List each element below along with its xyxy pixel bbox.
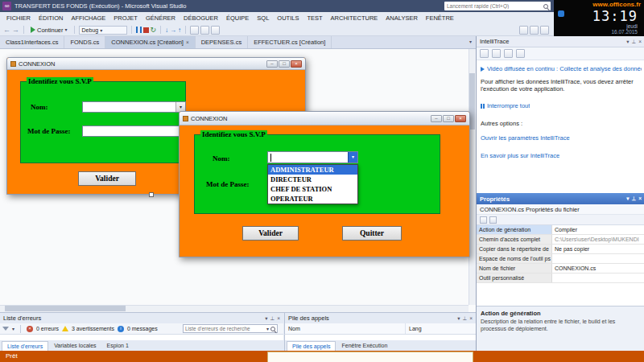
property-value[interactable]: Compiler — [552, 225, 644, 234]
menu-item-test[interactable]: TEST — [303, 12, 326, 24]
menu-item-outils[interactable]: OUTILS — [273, 12, 303, 24]
property-row[interactable]: Espace de noms de l'outil ps — [477, 254, 644, 264]
dropdown-item[interactable]: ADMINISTRATEUR — [268, 165, 357, 175]
menu-item-analyser[interactable]: ANALYSER — [382, 12, 421, 24]
vertical-scrollbar-thumb[interactable] — [469, 73, 475, 130]
chevron-down-icon[interactable]: ▾ — [626, 195, 629, 202]
menu-item-fenetre[interactable]: FENÊTRE — [422, 12, 458, 24]
solution-config-dropdown[interactable]: Debug ▾ — [79, 26, 127, 35]
camera-icon[interactable] — [480, 49, 489, 58]
menu-item-fichier[interactable]: FICHIER — [2, 12, 35, 24]
property-row[interactable]: Chemin d'accès complet C:\Users\user\Des… — [477, 235, 644, 245]
settings-icon[interactable] — [492, 49, 501, 58]
toolbar-button[interactable] — [519, 26, 528, 35]
error-search-box[interactable]: ▾ — [183, 324, 278, 333]
restart-button[interactable]: ↻ — [151, 25, 157, 35]
pin-icon[interactable]: ⊥ — [270, 315, 275, 322]
doc-tab-depenses[interactable]: DEPENSES.cs — [196, 36, 248, 48]
error-list-caption[interactable]: Liste d'erreurs ▾ ⊥ × — [0, 313, 283, 323]
toolbar-button[interactable] — [190, 26, 199, 35]
chevron-down-icon[interactable]: ▾ — [457, 315, 460, 322]
close-icon[interactable]: × — [469, 315, 473, 322]
doc-tab-effectuer[interactable]: EFFECTUER.cs [Création] — [248, 36, 332, 48]
list-icon[interactable] — [504, 49, 513, 58]
valider-button[interactable]: Valider — [78, 171, 136, 186]
minimize-button[interactable]: – — [431, 115, 442, 122]
chevron-down-icon[interactable]: ▾ — [266, 325, 269, 333]
chevron-down-icon[interactable]: ▾ — [12, 325, 14, 333]
error-search-input[interactable] — [185, 326, 265, 331]
property-row[interactable]: Action de génération Compiler — [477, 225, 644, 235]
close-icon[interactable]: × — [638, 39, 642, 45]
video-streaming-link[interactable]: Vidéo diffusée en continu : Collecte et … — [481, 65, 642, 72]
chevron-down-icon[interactable]: ▾ — [626, 39, 629, 45]
property-value[interactable]: Ne pas copier — [552, 245, 644, 253]
categorized-icon[interactable] — [480, 216, 487, 224]
horizontal-scrollbar-thumb[interactable] — [5, 306, 126, 311]
combo-dropdown-button[interactable]: ▾ — [348, 152, 357, 162]
close-button[interactable]: × — [291, 60, 302, 68]
tabstrip-overflow-button[interactable]: ▾ — [465, 36, 476, 48]
nav-back-button[interactable]: ← — [3, 25, 10, 35]
doc-tab-class1interfaces[interactable]: Class1Interfaces.cs — [0, 36, 64, 48]
designer-form-titlebar[interactable]: CONNEXION – □ × — [7, 58, 305, 70]
errors-toggle[interactable]: 0 erreurs — [36, 326, 59, 331]
property-row[interactable]: Copier dans le répertoire de Ne pas copi… — [477, 245, 644, 254]
break-all-button[interactable] — [136, 27, 142, 33]
stop-debug-button[interactable] — [143, 27, 149, 33]
column-header-lang[interactable]: Lang — [406, 323, 476, 334]
maximize-button[interactable]: □ — [279, 60, 290, 68]
learn-more-link[interactable]: En savoir plus sur IntelliTrace — [481, 152, 559, 159]
menu-item-affichage[interactable]: AFFICHAGE — [67, 12, 109, 24]
property-row[interactable]: Outil personnalisé — [477, 274, 644, 283]
maximize-button[interactable]: □ — [443, 115, 454, 122]
dropdown-item[interactable]: DIRECTEUR — [268, 175, 357, 184]
resize-handle[interactable] — [149, 192, 154, 197]
quick-launch-input[interactable] — [447, 3, 543, 9]
alphabetical-icon[interactable] — [489, 216, 497, 224]
filter-icon[interactable] — [2, 327, 9, 331]
dropdown-item[interactable]: CHEF DE STATION — [268, 184, 357, 194]
step-out-button[interactable]: ↑ — [178, 25, 181, 35]
messages-toggle[interactable]: 0 messages — [127, 326, 158, 331]
toolbar-button[interactable] — [530, 26, 539, 35]
doc-tab-fonds[interactable]: FONDS.cs — [64, 36, 105, 48]
chevron-down-icon[interactable]: ▾ — [265, 315, 267, 322]
toolbar-button[interactable] — [211, 26, 220, 35]
menu-item-architecture[interactable]: ARCHITECTURE — [327, 12, 382, 24]
property-value[interactable] — [552, 274, 644, 282]
close-icon[interactable]: × — [186, 36, 189, 48]
close-icon[interactable]: × — [277, 315, 280, 322]
close-icon[interactable]: × — [638, 195, 642, 202]
continue-button[interactable]: Continuer ▾ — [28, 25, 70, 35]
running-form-titlebar[interactable]: CONNEXION – □ × — [180, 112, 469, 125]
menu-item-edition[interactable]: ÉDITION — [35, 12, 67, 24]
toolbar-button[interactable] — [200, 26, 209, 35]
nav-forward-button[interactable]: → — [12, 25, 19, 35]
open-settings-link[interactable]: Ouvrir les paramètres IntelliTrace — [481, 134, 570, 142]
warnings-toggle[interactable]: 3 avertissements — [72, 326, 114, 331]
quick-launch-search[interactable] — [444, 2, 551, 10]
intellitrace-panel-header[interactable]: IntelliTrace ▾ ⊥ × — [477, 36, 644, 47]
menu-item-equipe[interactable]: ÉQUIPE — [222, 12, 253, 24]
column-header-nom[interactable]: Nom — [285, 323, 406, 334]
call-stack-caption[interactable]: Pile des appels ▾ ⊥ × — [284, 313, 476, 323]
menu-item-sql[interactable]: SQL — [253, 12, 273, 24]
property-value[interactable]: C:\Users\user\Desktop\MUKENDI — [552, 235, 644, 244]
property-row[interactable]: Nom de fichier CONNEXION.cs — [477, 264, 644, 274]
name-combobox[interactable]: ▾ — [82, 101, 186, 113]
break-all-link[interactable]: Interrompre tout — [481, 102, 530, 109]
password-textbox[interactable] — [82, 125, 186, 137]
pin-icon[interactable]: ⊥ — [632, 39, 637, 45]
menu-item-projet[interactable]: PROJET — [109, 12, 142, 24]
dropdown-item[interactable]: OPERATEUR — [268, 194, 357, 204]
pin-icon[interactable]: ⊥ — [463, 315, 468, 322]
minimize-button[interactable]: – — [266, 60, 278, 68]
property-value[interactable] — [552, 254, 644, 263]
valider-button[interactable]: Valider — [242, 226, 299, 241]
property-value[interactable]: CONNEXION.cs — [552, 264, 644, 273]
close-button[interactable]: × — [455, 115, 466, 122]
doc-tab-connexion[interactable]: CONNEXION.cs [Création] × — [105, 36, 195, 48]
toolbar-button[interactable] — [540, 26, 549, 35]
pin-icon[interactable]: ⊥ — [632, 195, 637, 202]
